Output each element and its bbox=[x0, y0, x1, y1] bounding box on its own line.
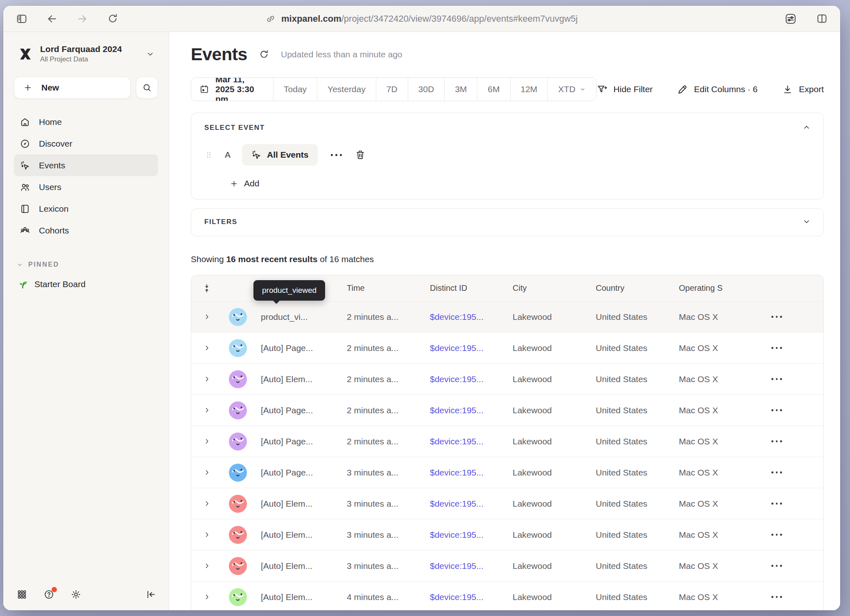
column-header-distinct-id[interactable]: Distinct ID bbox=[421, 283, 504, 293]
reload-icon[interactable] bbox=[106, 13, 119, 25]
help-icon[interactable] bbox=[43, 588, 55, 600]
date-range-control: Mar 11, 2025 3:30 pm Today Yesterday 7D … bbox=[191, 77, 597, 101]
expand-row-icon[interactable] bbox=[203, 437, 211, 445]
country-cell: United States bbox=[587, 437, 670, 446]
range-30d[interactable]: 30D bbox=[408, 78, 445, 101]
range-yesterday[interactable]: Yesterday bbox=[317, 78, 376, 101]
table-row[interactable]: [Auto] Elem... 3 minutes a... $device:19… bbox=[191, 550, 823, 582]
add-event-button[interactable]: Add bbox=[230, 179, 810, 188]
column-header-time[interactable]: Time bbox=[338, 283, 421, 293]
more-options-icon[interactable] bbox=[328, 154, 344, 156]
row-more-options-icon[interactable] bbox=[771, 471, 823, 473]
sidebar-item-label: Cohorts bbox=[39, 226, 69, 236]
drag-handle-icon[interactable] bbox=[204, 150, 213, 159]
distinct-id-link[interactable]: $device:195... bbox=[421, 374, 504, 384]
new-button[interactable]: New bbox=[14, 77, 131, 99]
back-icon[interactable] bbox=[46, 13, 58, 25]
table-row[interactable]: product_vi... 2 minutes a... $device:195… bbox=[191, 301, 823, 333]
expand-row-icon[interactable] bbox=[203, 531, 211, 539]
collapse-all-rows-icon[interactable] bbox=[202, 283, 212, 293]
expand-row-icon[interactable] bbox=[203, 562, 211, 570]
row-more-options-icon[interactable] bbox=[771, 378, 823, 380]
range-3m[interactable]: 3M bbox=[445, 78, 477, 101]
column-header-city[interactable]: City bbox=[504, 283, 587, 293]
address-bar[interactable]: mixpanel.com/project/3472420/view/397469… bbox=[266, 6, 578, 32]
sidebar-item-events[interactable]: Events bbox=[14, 154, 158, 176]
row-more-options-icon[interactable] bbox=[771, 440, 823, 442]
distinct-id-link[interactable]: $device:195... bbox=[421, 499, 504, 509]
table-row[interactable]: [Auto] Page... 2 minutes a... $device:19… bbox=[191, 395, 823, 426]
settings-gear-icon[interactable] bbox=[70, 588, 82, 600]
range-6m[interactable]: 6M bbox=[477, 78, 510, 101]
row-more-options-icon[interactable] bbox=[771, 316, 823, 318]
event-name-cell: product_vi... bbox=[252, 312, 338, 322]
sidebar-item-discover[interactable]: Discover bbox=[14, 133, 158, 154]
chevron-up-icon[interactable] bbox=[802, 123, 811, 132]
refresh-icon[interactable] bbox=[259, 49, 269, 60]
time-cell: 3 minutes a... bbox=[338, 468, 421, 478]
expand-row-icon[interactable] bbox=[203, 406, 211, 414]
edit-columns-button[interactable]: Edit Columns · 6 bbox=[677, 84, 757, 95]
table-row[interactable]: [Auto] Page... 3 minutes a... $device:19… bbox=[191, 457, 823, 488]
range-xtd[interactable]: XTD bbox=[548, 78, 596, 101]
distinct-id-link[interactable]: $device:195... bbox=[421, 343, 504, 353]
table-row[interactable]: [Auto] Elem... 2 minutes a... $device:19… bbox=[191, 364, 823, 395]
browser-sidebar-toggle-icon[interactable] bbox=[16, 13, 28, 25]
event-selector-pill[interactable]: All Events bbox=[242, 144, 318, 165]
table-row[interactable]: [Auto] Elem... 4 minutes a... $device:19… bbox=[191, 582, 823, 610]
table-row[interactable]: [Auto] Elem... 3 minutes a... $device:19… bbox=[191, 519, 823, 550]
table-row[interactable]: [Auto] Page... 2 minutes a... $device:19… bbox=[191, 426, 823, 457]
column-header-os[interactable]: Operating S bbox=[670, 283, 761, 293]
page-settings-icon[interactable] bbox=[784, 13, 797, 25]
distinct-id-link[interactable]: $device:195... bbox=[421, 405, 504, 415]
row-more-options-icon[interactable] bbox=[771, 596, 823, 598]
expand-row-icon[interactable] bbox=[203, 500, 211, 507]
row-more-options-icon[interactable] bbox=[771, 409, 823, 411]
distinct-id-link[interactable]: $device:195... bbox=[421, 437, 504, 446]
event-name-cell: [Auto] Elem... bbox=[252, 374, 338, 384]
forward-icon bbox=[76, 13, 88, 25]
city-cell: Lakewood bbox=[504, 530, 587, 540]
range-today[interactable]: Today bbox=[274, 78, 317, 101]
split-view-icon[interactable] bbox=[816, 13, 828, 25]
distinct-id-link[interactable]: $device:195... bbox=[421, 468, 504, 478]
distinct-id-link[interactable]: $device:195... bbox=[421, 561, 504, 571]
expand-row-icon[interactable] bbox=[203, 313, 211, 321]
row-more-options-icon[interactable] bbox=[771, 534, 823, 536]
apps-grid-icon[interactable] bbox=[16, 588, 28, 600]
time-cell: 2 minutes a... bbox=[338, 437, 421, 446]
range-12m[interactable]: 12M bbox=[511, 78, 548, 101]
row-more-options-icon[interactable] bbox=[771, 503, 823, 505]
column-header-country[interactable]: Country bbox=[587, 283, 670, 293]
expand-row-icon[interactable] bbox=[203, 593, 211, 601]
sidebar-item-home[interactable]: Home bbox=[14, 111, 158, 133]
sidebar-item-lexicon[interactable]: Lexicon bbox=[14, 198, 158, 220]
distinct-id-link[interactable]: $device:195... bbox=[421, 312, 504, 322]
sidebar-item-cohorts[interactable]: Cohorts bbox=[14, 220, 158, 241]
table-row[interactable]: [Auto] Page... 2 minutes a... $device:19… bbox=[191, 333, 823, 364]
pinned-item-label: Starter Board bbox=[34, 279, 86, 289]
date-picker[interactable]: Mar 11, 2025 3:30 pm bbox=[191, 78, 274, 101]
row-more-options-icon[interactable] bbox=[771, 347, 823, 349]
hide-filter-button[interactable]: Hide Filter bbox=[597, 84, 653, 95]
trash-icon[interactable] bbox=[355, 149, 366, 160]
export-button[interactable]: Export bbox=[782, 84, 824, 95]
collapse-sidebar-icon[interactable] bbox=[145, 589, 156, 600]
search-button[interactable] bbox=[136, 77, 158, 99]
pinned-section-header[interactable]: PINNED bbox=[14, 261, 158, 268]
range-7d[interactable]: 7D bbox=[376, 78, 408, 101]
event-avatar bbox=[229, 370, 247, 388]
sidebar-item-starter-board[interactable]: Starter Board bbox=[14, 279, 158, 290]
row-more-options-icon[interactable] bbox=[771, 565, 823, 567]
expand-row-icon[interactable] bbox=[203, 375, 211, 383]
project-switcher[interactable]: Lord Farquaad 2024 All Project Data bbox=[14, 43, 158, 63]
chevron-down-icon[interactable] bbox=[802, 217, 811, 226]
expand-row-icon[interactable] bbox=[203, 469, 211, 476]
expand-row-icon[interactable] bbox=[203, 344, 211, 352]
search-icon bbox=[142, 83, 152, 93]
distinct-id-link[interactable]: $device:195... bbox=[421, 530, 504, 540]
sidebar-item-users[interactable]: Users bbox=[14, 176, 158, 198]
distinct-id-link[interactable]: $device:195... bbox=[421, 592, 504, 602]
table-row[interactable]: [Auto] Elem... 3 minutes a... $device:19… bbox=[191, 488, 823, 519]
event-name-cell: [Auto] Page... bbox=[252, 405, 338, 415]
